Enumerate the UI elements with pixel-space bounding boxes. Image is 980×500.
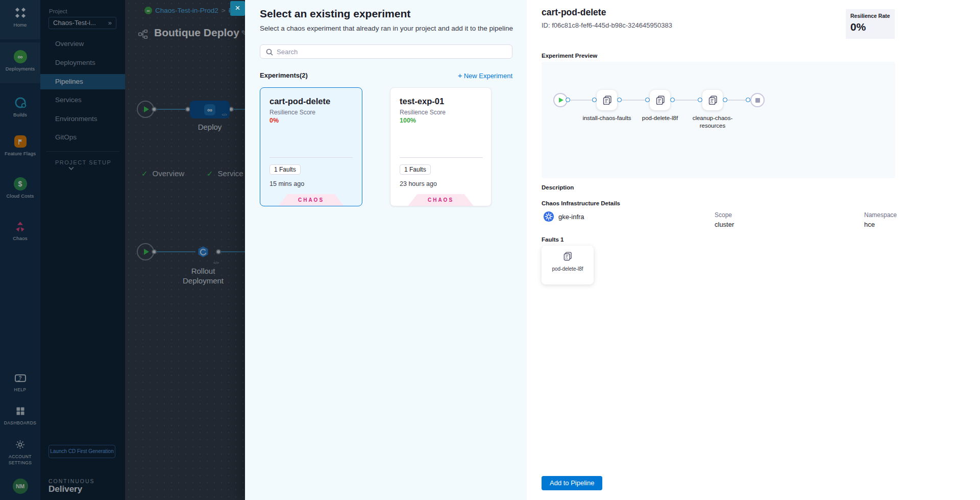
resilience-score-label: Resilience Score — [400, 109, 446, 116]
resilience-score-value: 100% — [400, 117, 416, 124]
search-input[interactable] — [277, 45, 509, 58]
fault-card-pod-delete[interactable]: pod-delete-l8f — [542, 246, 594, 284]
chaos-step-icon — [602, 95, 612, 106]
experiment-id: ID: f06c81c8-fef6-445d-b98c-324645950383 — [542, 21, 672, 29]
app-screen: Deploy ✓Overview ✓Service </> Rollout De… — [0, 0, 980, 500]
close-icon[interactable]: × — [230, 1, 245, 16]
divider — [400, 157, 483, 158]
experiment-detail-panel: cart-pod-delete ID: f06c81c8-fef6-445d-b… — [527, 0, 980, 500]
step-cleanup-chaos-resources — [702, 90, 723, 110]
namespace-value: hce — [864, 221, 875, 228]
experiment-preview-label: Experiment Preview — [542, 53, 597, 59]
chaos-step-icon — [707, 95, 718, 106]
connector-dot — [645, 98, 650, 102]
resilience-rate-value: 0% — [850, 21, 890, 33]
search-icon — [265, 48, 274, 56]
namespace-label: Namespace — [864, 211, 897, 219]
divider — [270, 157, 353, 158]
experiment-detail-title: cart-pod-delete — [542, 7, 606, 18]
connector-dot — [746, 98, 750, 102]
experiment-card-cart-pod-delete[interactable]: cart-pod-delete Resilience Score 0% 1 Fa… — [260, 87, 362, 206]
last-run-time: 23 hours ago — [400, 180, 437, 187]
faults-count-label: Faults 1 — [542, 236, 564, 243]
preview-end-node — [750, 93, 765, 107]
resilience-score-label: Resilience Score — [270, 109, 315, 116]
description-label: Description — [542, 184, 574, 191]
resilience-rate-label: Resilience Rate — [850, 13, 890, 19]
step-label: install-chaos-faults — [580, 114, 633, 122]
chaos-brand-ribbon: CHAOS — [408, 194, 474, 206]
connector-dot — [723, 98, 727, 102]
experiment-select-panel: Select an existing experiment Select a c… — [245, 0, 527, 500]
experiment-card-test-exp-01[interactable]: test-exp-01 Resilience Score 100% 1 Faul… — [390, 87, 492, 206]
faults-badge: 1 Faults — [400, 164, 431, 175]
resilience-score-value: 0% — [270, 117, 279, 124]
fault-name: pod-delete-l8f — [542, 266, 594, 272]
step-install-chaos-faults — [597, 90, 617, 110]
kubernetes-icon — [543, 211, 554, 222]
new-experiment-link[interactable]: +New Experiment — [260, 71, 512, 80]
add-to-pipeline-button[interactable]: Add to Pipeline — [542, 476, 602, 490]
stop-icon — [755, 98, 760, 103]
scope-value: cluster — [715, 221, 734, 228]
chaos-brand-ribbon: CHAOS — [279, 194, 344, 206]
connector-dot — [698, 98, 702, 102]
experiment-name: test-exp-01 — [400, 97, 444, 106]
scope-label: Scope — [715, 211, 732, 219]
connector-dot — [566, 98, 570, 102]
infra-details-label: Chaos Infrastructure Details — [542, 200, 620, 206]
connector-dot — [617, 98, 622, 102]
search-box — [260, 44, 512, 59]
chaos-step-icon — [562, 251, 573, 261]
last-run-time: 15 mins ago — [270, 180, 304, 187]
modal-subtitle: Select a chaos experiment that already r… — [260, 25, 513, 32]
connector-dot — [592, 98, 597, 102]
infra-name: gke-infra — [558, 213, 584, 221]
step-label: pod-delete-l8f — [633, 114, 687, 122]
step-label: cleanup-chaos-resources — [686, 114, 739, 130]
step-pod-delete — [650, 90, 670, 110]
connector-dot — [670, 98, 675, 102]
modal-title: Select an existing experiment — [260, 8, 410, 20]
resilience-rate-box: Resilience Rate 0% — [846, 9, 895, 39]
experiment-preview-panel: install-chaos-faults pod-delete-l8f clea… — [542, 62, 895, 178]
play-icon — [559, 98, 564, 103]
faults-badge: 1 Faults — [270, 164, 301, 175]
experiment-name: cart-pod-delete — [270, 97, 330, 106]
plus-icon: + — [458, 71, 462, 80]
chaos-step-icon — [655, 95, 666, 106]
